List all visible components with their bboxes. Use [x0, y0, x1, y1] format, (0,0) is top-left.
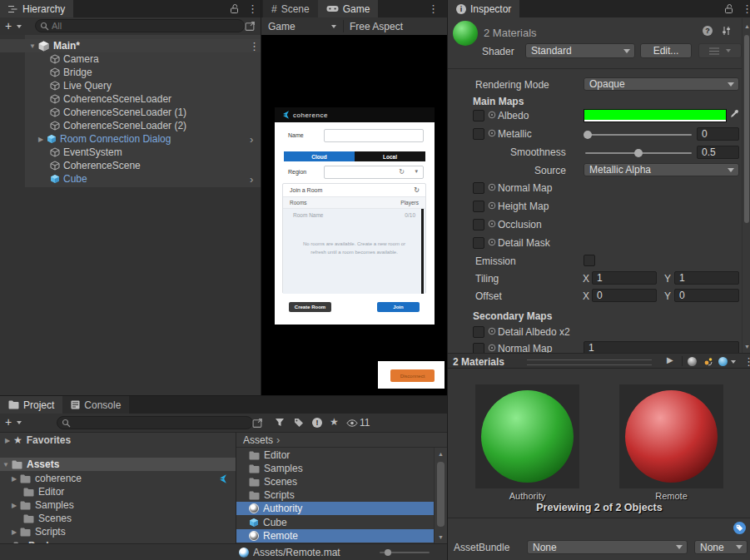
scroll-down-icon[interactable]: ▼ — [744, 344, 750, 349]
hierarchy-item[interactable]: Live Query — [0, 79, 261, 92]
inspector-scrollbar[interactable]: ▲ ▼ — [742, 18, 750, 353]
rendering-mode-dropdown[interactable]: Opaque — [584, 77, 739, 91]
tiling-y-field[interactable]: 1 — [674, 271, 739, 285]
shader-extras-button-disabled[interactable] — [698, 43, 742, 58]
hierarchy-item[interactable]: CoherenceScene — [0, 159, 261, 172]
hierarchy-item[interactable]: EventSystem — [0, 146, 261, 159]
scene-menu-icon[interactable]: ⋮ — [249, 41, 260, 52]
tab-hierarchy[interactable]: Hierarchy — [0, 0, 73, 17]
scrollbar-thumb[interactable] — [744, 35, 749, 223]
metallic-texture-checkbox[interactable] — [473, 128, 484, 140]
asset-row-scenes[interactable]: Scenes — [236, 475, 434, 488]
scroll-up-icon[interactable]: ▲ — [438, 451, 444, 457]
detail-mask-checkbox[interactable] — [473, 237, 484, 249]
game-menu-icon[interactable]: ⋮ — [428, 3, 439, 14]
tree-item-scripts[interactable]: ▶ Scripts — [0, 525, 236, 538]
metallic-slider[interactable] — [585, 134, 692, 136]
inspector-menu-icon[interactable]: ⋮ — [742, 3, 750, 14]
aspect-dropdown[interactable]: Free Aspect — [345, 19, 403, 33]
hierarchy-item[interactable]: ▶ Room Connection Dialog › — [0, 132, 261, 146]
search-importlog-icon[interactable]: ! — [312, 418, 322, 428]
thumbnail-size-slider-thumb[interactable] — [385, 549, 391, 556]
name-input[interactable] — [324, 129, 424, 142]
expand-arrow-icon[interactable]: ▼ — [2, 461, 10, 468]
join-button[interactable]: Join — [377, 302, 420, 312]
albedo-texture-checkbox[interactable] — [473, 110, 484, 121]
tab-scene[interactable]: # Scene — [263, 0, 318, 17]
tree-item-samples[interactable]: ▶ Samples — [0, 498, 236, 512]
asset-row-editor[interactable]: Editor — [236, 448, 434, 462]
presets-icon[interactable] — [721, 26, 732, 36]
hierarchy-item[interactable]: CoherenceSceneLoader (1) — [0, 106, 261, 119]
expand-arrow-icon[interactable]: ▶ — [10, 475, 18, 483]
search-in-window-icon[interactable] — [245, 21, 256, 32]
height-map-checkbox[interactable] — [473, 201, 484, 212]
region-refresh-icon[interactable]: ↻ — [399, 168, 405, 176]
hierarchy-menu-icon[interactable]: ⋮ — [247, 3, 258, 14]
search-in-window-icon[interactable] — [252, 418, 263, 429]
hierarchy-item[interactable]: Bridge — [0, 66, 261, 79]
asset-row-scripts[interactable]: Scripts — [236, 488, 434, 502]
offset-y-field[interactable]: 0 — [674, 289, 739, 302]
project-search-input[interactable] — [73, 418, 248, 428]
hierarchy-item[interactable]: CoherenceSceneLoader (2) — [0, 119, 261, 132]
preview-drag-handle[interactable] — [527, 359, 652, 365]
source-dropdown[interactable]: Metallic Alpha — [584, 163, 739, 176]
metallic-value-field[interactable]: 0 — [697, 127, 739, 141]
asset-row-cube[interactable]: Cube — [236, 516, 434, 529]
region-select[interactable]: ↻ ▾ — [324, 166, 424, 179]
add-object-dropdown-icon[interactable] — [17, 25, 22, 28]
preview-environment-icon[interactable] — [718, 357, 728, 366]
favorites-star-icon[interactable]: ★ — [330, 416, 339, 428]
cloud-tab[interactable]: Cloud — [284, 151, 355, 161]
preview-tile-authority[interactable] — [475, 384, 579, 488]
preview-environment-caret[interactable] — [731, 360, 736, 364]
metallic-slider-thumb[interactable] — [584, 131, 592, 139]
tree-item-coherence[interactable]: ▶ coherence — [0, 472, 236, 485]
add-object-button[interactable]: + — [5, 19, 12, 32]
tab-project[interactable]: Project — [0, 396, 62, 414]
rooms-refresh-icon[interactable]: ↻ — [414, 186, 420, 194]
scroll-down-icon[interactable]: ▼ — [438, 534, 444, 540]
local-tab[interactable]: Local — [355, 151, 425, 161]
prefab-open-chevron[interactable]: › — [250, 133, 253, 146]
tab-game[interactable]: Game — [318, 0, 379, 17]
favorites-row[interactable]: ▶ ★ Favorites — [0, 434, 236, 447]
smoothness-slider-thumb[interactable] — [634, 149, 643, 157]
preview-tile-remote[interactable] — [619, 384, 723, 488]
normal-map-2-field[interactable]: 1 — [584, 341, 739, 353]
tree-item-editor[interactable]: Editor — [0, 485, 236, 498]
expand-arrow-icon[interactable]: ▶ — [37, 136, 45, 143]
tree-item-scenes[interactable]: Scenes — [0, 512, 236, 525]
scroll-up-icon[interactable]: ▲ — [744, 23, 750, 29]
tiling-x-field[interactable]: 1 — [592, 271, 657, 285]
breadcrumb[interactable]: Assets — [243, 434, 273, 446]
shader-edit-button[interactable]: Edit... — [640, 43, 692, 58]
shader-dropdown[interactable]: Standard — [525, 43, 635, 58]
tab-inspector[interactable]: i Inspector — [448, 0, 519, 17]
hierarchy-item[interactable]: CoherenceSceneLoader — [0, 92, 261, 106]
expand-arrow-icon[interactable]: ▶ — [3, 437, 12, 444]
scene-row-main[interactable]: ▼ Main* ⋮ — [0, 39, 261, 52]
preview-lights-icon[interactable] — [703, 356, 713, 367]
create-asset-button[interactable]: + — [5, 415, 12, 429]
hierarchy-search-field[interactable] — [35, 19, 245, 32]
create-room-button[interactable]: Create Room — [289, 302, 331, 312]
project-search-field[interactable] — [57, 416, 253, 429]
tab-console[interactable]: Console — [62, 396, 129, 414]
prefab-open-chevron[interactable]: › — [250, 173, 253, 186]
disconnect-button[interactable]: Disconnect — [390, 369, 435, 382]
lock-icon[interactable] — [724, 3, 733, 14]
expand-arrow-icon[interactable]: ▶ — [10, 502, 18, 509]
asset-row-remote[interactable]: Remote — [236, 529, 434, 543]
asset-list-scrollbar[interactable]: ▲ ▼ — [434, 448, 447, 543]
search-by-type-icon[interactable] — [275, 418, 285, 428]
eyedropper-icon[interactable] — [730, 109, 739, 118]
lock-icon[interactable] — [230, 3, 239, 14]
hierarchy-search-input[interactable] — [52, 21, 240, 31]
occlusion-checkbox[interactable] — [473, 219, 484, 230]
asset-bundle-variant-dropdown[interactable]: None — [694, 540, 748, 554]
preview-play-icon[interactable]: ▶ — [667, 355, 673, 364]
asset-row-samples[interactable]: Samples — [236, 462, 434, 475]
offset-x-field[interactable]: 0 — [592, 289, 657, 302]
